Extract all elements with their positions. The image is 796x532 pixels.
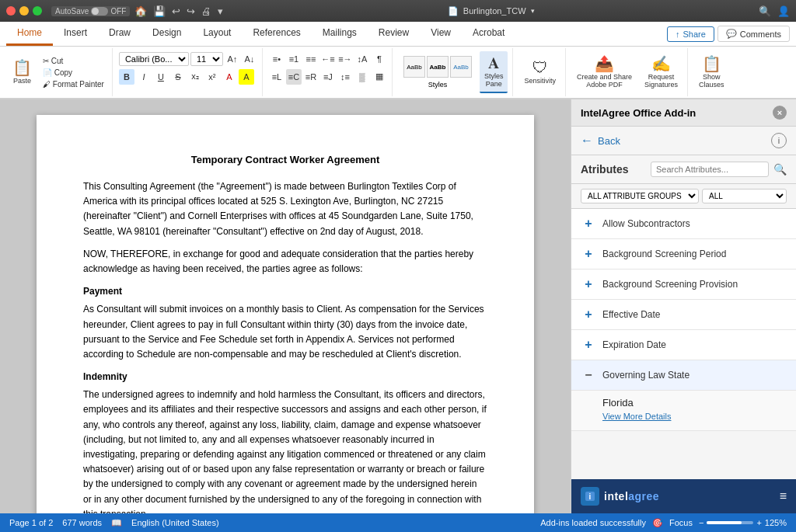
cut-button[interactable]: ✂ Cut — [40, 56, 107, 66]
search-icon[interactable]: 🔍 — [759, 5, 771, 17]
print-icon[interactable]: 🖨 — [201, 5, 211, 17]
zoom-in-icon[interactable]: + — [756, 518, 761, 527]
show-clauses-button[interactable]: 📋 ShowClauses — [694, 51, 729, 93]
paste-button[interactable]: 📋 Paste — [8, 51, 37, 93]
highlight-color-button[interactable]: A — [239, 69, 254, 85]
home-icon[interactable]: 🏠 — [134, 5, 147, 17]
align-center-button[interactable]: ≡C — [286, 69, 302, 85]
panel-close-button[interactable]: × — [773, 106, 787, 120]
document-para-1: This Consulting Agreement (the "Agreemen… — [83, 179, 487, 239]
comments-button[interactable]: 💬 Comments — [717, 26, 790, 42]
increase-indent-button[interactable]: ≡→ — [337, 51, 353, 67]
focus-label[interactable]: Focus — [669, 518, 693, 527]
attribute-allow-subcontractors[interactable]: + Allow Subcontractors — [571, 209, 796, 239]
zoom-slider[interactable] — [707, 521, 753, 524]
tab-home[interactable]: Home — [6, 22, 53, 46]
footer-menu-icon[interactable]: ≡ — [780, 489, 787, 503]
font-color-button[interactable]: A — [222, 69, 237, 85]
tab-insert[interactable]: Insert — [53, 22, 98, 46]
title-dropdown-icon[interactable]: ▾ — [531, 7, 535, 15]
sort-button[interactable]: ↕A — [354, 51, 370, 67]
attributes-search-input[interactable] — [651, 162, 769, 177]
underline-button[interactable]: U — [153, 69, 169, 85]
tab-view[interactable]: View — [420, 22, 462, 46]
shading-button[interactable]: ▒ — [354, 69, 370, 85]
strikethrough-button[interactable]: S — [170, 69, 186, 85]
autosave-knob — [92, 8, 99, 15]
section2-heading: Indemnity — [83, 370, 487, 384]
attributes-search-icon[interactable]: 🔍 — [773, 163, 787, 176]
superscript-button[interactable]: x² — [204, 69, 220, 85]
redo-icon[interactable]: ↪ — [187, 5, 195, 17]
attribute-group-filter[interactable]: ALL ATTRIBUTE GROUPS — [581, 189, 699, 203]
status-bar: Page 1 of 2 677 words 📖 English (United … — [0, 513, 796, 532]
autosave-toggle[interactable]: AutoSave OFF — [51, 6, 130, 16]
styles-pane-button[interactable]: 𝐀 StylesPane — [480, 51, 508, 93]
show-formatting-button[interactable]: ¶ — [372, 51, 387, 67]
doc-reader-icon[interactable]: 📖 — [111, 518, 122, 528]
format-painter-button[interactable]: 🖌 Format Painter — [40, 79, 107, 89]
request-signatures-button[interactable]: ✍ RequestSignatures — [640, 51, 683, 93]
copy-button[interactable]: 📄 Copy — [40, 68, 107, 78]
tab-mailings[interactable]: Mailings — [312, 22, 368, 46]
create-share-pdf-button[interactable]: 📤 Create and ShareAdobe PDF — [572, 51, 637, 93]
close-window-btn[interactable] — [6, 6, 16, 16]
decrease-font-button[interactable]: A↓ — [242, 51, 257, 67]
attribute-background-screening-period[interactable]: + Background Screening Period — [571, 239, 796, 269]
multilevel-list-button[interactable]: ≡≡ — [303, 51, 319, 67]
user-icon[interactable]: 👤 — [777, 5, 790, 17]
autosave-pill[interactable] — [91, 7, 108, 16]
decrease-indent-button[interactable]: ←≡ — [320, 51, 336, 67]
zoom-out-icon[interactable]: − — [699, 518, 703, 527]
panel-back-button[interactable]: ← Back i — [571, 127, 796, 155]
attribute-effective-date[interactable]: + Effective Date — [571, 300, 796, 330]
quick-access-toolbar: 🏠 💾 ↩ ↪ 🖨 ▾ — [134, 5, 223, 17]
font-family-select[interactable]: Calibri (Bo... — [119, 52, 189, 66]
title-bar: AutoSave OFF 🏠 💾 ↩ ↪ 🖨 ▾ 📄 Burlington_TC… — [0, 0, 796, 22]
effective-date-label: Effective Date — [602, 309, 660, 320]
styles-button[interactable]: AaBb AaBb AaBb Styles — [399, 51, 477, 93]
window-controls[interactable] — [6, 6, 42, 16]
logo-accent: agree — [628, 490, 659, 502]
language-info[interactable]: English (United States) — [131, 518, 219, 527]
tab-layout-label: Layout — [203, 27, 231, 38]
bullet-list-button[interactable]: ≡• — [269, 51, 285, 67]
tab-design[interactable]: Design — [141, 22, 192, 46]
align-left-button[interactable]: ≡L — [269, 69, 285, 85]
justify-button[interactable]: ≡J — [320, 69, 336, 85]
share-button[interactable]: ↑ Share — [667, 26, 714, 42]
zoom-control[interactable]: − + 125% — [699, 518, 787, 527]
info-button[interactable]: i — [771, 133, 787, 148]
attribute-governing-law-state[interactable]: − Governing Law State — [571, 360, 796, 391]
save-icon[interactable]: 💾 — [153, 5, 166, 17]
tab-layout[interactable]: Layout — [192, 22, 242, 46]
numbered-list-button[interactable]: ≡1 — [286, 51, 302, 67]
undo-icon[interactable]: ↩ — [172, 5, 180, 17]
minimize-window-btn[interactable] — [19, 6, 29, 16]
styles-group: AaBb AaBb AaBb Styles 𝐀 StylesPane — [394, 48, 514, 96]
bold-button[interactable]: B — [119, 69, 134, 85]
line-spacing-button[interactable]: ↕≡ — [337, 69, 353, 85]
italic-button[interactable]: I — [136, 69, 152, 85]
sensitivity-button[interactable]: 🛡 Sensitivity — [519, 51, 560, 93]
font-size-select[interactable]: 11 — [190, 52, 223, 66]
attribute-background-screening-provision[interactable]: + Background Screening Provision — [571, 269, 796, 300]
view-more-details-link[interactable]: View More Details — [602, 412, 785, 421]
tab-acrobat[interactable]: Acrobat — [462, 22, 515, 46]
tab-references[interactable]: References — [242, 22, 311, 46]
increase-font-button[interactable]: A↑ — [225, 51, 240, 67]
tab-review[interactable]: Review — [368, 22, 420, 46]
paste-icon: 📋 — [12, 60, 32, 75]
align-right-button[interactable]: ≡R — [303, 69, 319, 85]
show-clauses-label: ShowClauses — [699, 73, 724, 89]
attribute-expiration-date[interactable]: + Expiration Date — [571, 330, 796, 360]
tab-view-label: View — [431, 27, 451, 38]
logo-icon: i — [581, 487, 599, 506]
more-tools-icon[interactable]: ▾ — [218, 5, 223, 17]
subscript-button[interactable]: x₂ — [187, 69, 203, 85]
tab-draw[interactable]: Draw — [98, 22, 141, 46]
borders-button[interactable]: ▦ — [372, 69, 387, 85]
maximize-window-btn[interactable] — [33, 6, 42, 16]
attribute-all-filter[interactable]: ALL — [702, 189, 787, 203]
document-area[interactable]: Temporary Contract Worker Agreement This… — [0, 99, 571, 513]
